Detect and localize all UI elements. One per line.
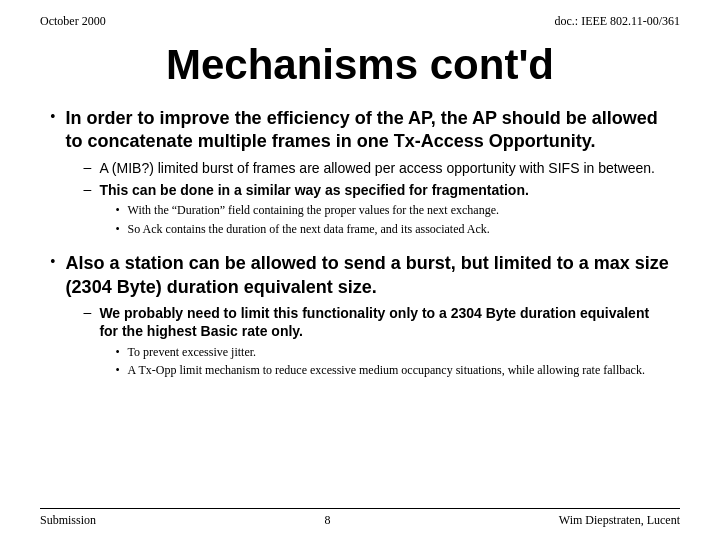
sub-sub-list-2: • To prevent excessive jitter. • A Tx-Op… xyxy=(115,345,670,379)
bullet-text-1: In order to improve the efficiency of th… xyxy=(66,107,670,244)
sub-list-2: – We probably need to limit this functio… xyxy=(84,304,670,382)
sub-sub-text-4: A Tx-Opp limit mechanism to reduce exces… xyxy=(128,363,645,379)
bullet-item-1: • In order to improve the efficiency of … xyxy=(50,107,670,244)
bullet-dot-2: • xyxy=(50,253,56,271)
header-date: October 2000 xyxy=(40,14,106,29)
sub-text-1a: A (MIB?) limited burst of frames are all… xyxy=(99,159,655,177)
sub-sub-item-1: • With the “Duration” field containing t… xyxy=(115,203,528,219)
sub-sub-item-2: • So Ack contains the duration of the ne… xyxy=(115,222,528,238)
sub-sub-text-1: With the “Duration” field containing the… xyxy=(128,203,499,219)
title-section: Mechanisms cont'd xyxy=(40,41,680,89)
sub-sub-text-2: So Ack contains the duration of the next… xyxy=(128,222,490,238)
sub-dash-1a: – xyxy=(84,159,92,175)
sub-item-2a: – We probably need to limit this functio… xyxy=(84,304,670,382)
header: October 2000 doc.: IEEE 802.11-00/361 xyxy=(40,0,680,33)
header-doc: doc.: IEEE 802.11-00/361 xyxy=(554,14,680,29)
bullet-text-label-1: In order to improve the efficiency of th… xyxy=(66,108,658,151)
sub-text-wrapper-2a: We probably need to limit this functiona… xyxy=(99,304,670,382)
page-title: Mechanisms cont'd xyxy=(166,41,554,88)
sub-sub-dot-2: • xyxy=(115,222,119,237)
footer-page-number: 8 xyxy=(324,513,330,528)
bullet-item-2: • Also a station can be allowed to send … xyxy=(50,252,670,385)
sub-dash-2a: – xyxy=(84,304,92,320)
content: • In order to improve the efficiency of … xyxy=(40,107,680,386)
sub-sub-dot-3: • xyxy=(115,345,119,360)
sub-sub-item-3: • To prevent excessive jitter. xyxy=(115,345,670,361)
sub-list-1: – A (MIB?) limited burst of frames are a… xyxy=(84,159,670,241)
sub-text-2a: We probably need to limit this functiona… xyxy=(99,305,649,339)
sub-sub-dot-1: • xyxy=(115,203,119,218)
sub-sub-item-4: • A Tx-Opp limit mechanism to reduce exc… xyxy=(115,363,670,379)
sub-item-1a: – A (MIB?) limited burst of frames are a… xyxy=(84,159,670,177)
sub-sub-dot-4: • xyxy=(115,363,119,378)
sub-sub-text-3: To prevent excessive jitter. xyxy=(128,345,256,361)
bullet-dot-1: • xyxy=(50,108,56,126)
sub-item-1b: – This can be done in a similar way as s… xyxy=(84,181,670,240)
footer: Submission 8 Wim Diepstraten, Lucent xyxy=(40,508,680,528)
bullet-text-label-2: Also a station can be allowed to send a … xyxy=(66,253,669,296)
page: October 2000 doc.: IEEE 802.11-00/361 Me… xyxy=(0,0,720,540)
sub-text-1b: This can be done in a similar way as spe… xyxy=(99,182,528,198)
footer-right: Wim Diepstraten, Lucent xyxy=(559,513,680,528)
sub-dash-1b: – xyxy=(84,181,92,197)
bullet-text-2: Also a station can be allowed to send a … xyxy=(66,252,670,385)
sub-sub-list-1: • With the “Duration” field containing t… xyxy=(115,203,528,237)
footer-left: Submission xyxy=(40,513,96,528)
sub-text-wrapper-1b: This can be done in a similar way as spe… xyxy=(99,181,528,240)
